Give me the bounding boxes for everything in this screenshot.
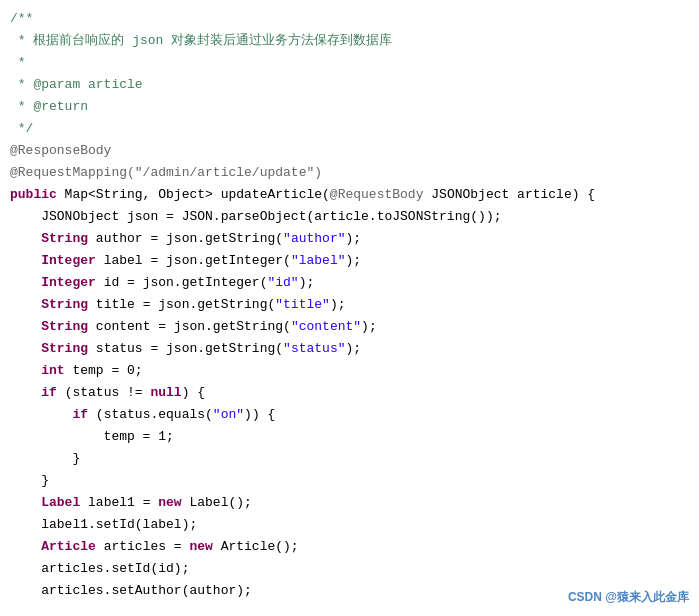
- code-line: /**: [0, 8, 699, 30]
- code-line: JSONObject json = JSON.parseObject(artic…: [0, 206, 699, 228]
- code-token: new: [158, 492, 181, 514]
- code-token: Label: [41, 492, 80, 514]
- code-line: if (status != null) {: [0, 382, 699, 404]
- code-token: JSONObject json = JSON.parseObject(artic…: [10, 206, 501, 228]
- code-line: public Map<String, Object> updateArticle…: [0, 184, 699, 206]
- code-line: String status = json.getString("status")…: [0, 338, 699, 360]
- code-token: [10, 228, 41, 250]
- code-token: if: [72, 404, 88, 426]
- code-token: );: [346, 228, 362, 250]
- code-token: [10, 338, 41, 360]
- code-token: null: [150, 382, 181, 404]
- code-token: "label": [291, 250, 346, 272]
- code-token: author = json.getString(: [88, 228, 283, 250]
- code-token: String: [41, 338, 88, 360]
- code-token: "id": [267, 272, 298, 294]
- code-token: [10, 382, 41, 404]
- code-token: *: [10, 52, 26, 74]
- code-line: Integer label = json.getInteger("label")…: [0, 250, 699, 272]
- code-token: String: [41, 228, 88, 250]
- code-line: int temp = 0;: [0, 360, 699, 382]
- code-token: [10, 294, 41, 316]
- code-line: articles.setId(id);: [0, 558, 699, 580]
- code-token: )) {: [244, 404, 275, 426]
- code-token: );: [299, 272, 315, 294]
- code-token: content = json.getString(: [88, 316, 291, 338]
- code-token: );: [361, 316, 377, 338]
- code-token: Integer: [41, 250, 96, 272]
- code-token: Map<String, Object> updateArticle(: [65, 184, 330, 206]
- code-token: @RequestMapping("/admin/article/update"): [10, 162, 322, 184]
- code-block: /** * 根据前台响应的 json 对象封装后通过业务方法保存到数据库 * *…: [0, 8, 699, 602]
- code-line: Label label1 = new Label();: [0, 492, 699, 514]
- code-line: String content = json.getString("content…: [0, 316, 699, 338]
- code-token: Integer: [41, 272, 96, 294]
- code-token: label = json.getInteger(: [96, 250, 291, 272]
- code-token: label1 =: [80, 492, 158, 514]
- code-token: "on": [213, 404, 244, 426]
- code-token: [10, 272, 41, 294]
- code-line: label1.setId(label);: [0, 514, 699, 536]
- code-token: }: [10, 470, 49, 492]
- code-token: /**: [10, 8, 33, 30]
- code-token: JSONObject article) {: [423, 184, 595, 206]
- code-line: Integer id = json.getInteger("id");: [0, 272, 699, 294]
- code-line: *: [0, 52, 699, 74]
- code-line: Article articles = new Article();: [0, 536, 699, 558]
- code-line: */: [0, 118, 699, 140]
- code-token: status = json.getString(: [88, 338, 283, 360]
- code-token: */: [10, 118, 33, 140]
- code-token: );: [345, 250, 361, 272]
- code-token: new: [189, 536, 212, 558]
- code-token: (status !=: [57, 382, 151, 404]
- code-token: * 根据前台响应的 json 对象封装后通过业务方法保存到数据库: [10, 30, 392, 52]
- code-line: String title = json.getString("title");: [0, 294, 699, 316]
- code-token: "title": [275, 294, 330, 316]
- code-token: );: [346, 338, 362, 360]
- code-token: );: [330, 294, 346, 316]
- code-token: * @param article: [10, 74, 143, 96]
- code-line: String author = json.getString("author")…: [0, 228, 699, 250]
- code-token: Label();: [182, 492, 252, 514]
- code-token: String: [41, 294, 88, 316]
- code-token: if: [41, 382, 57, 404]
- code-line: temp = 1;: [0, 426, 699, 448]
- code-token: @ResponseBody: [10, 140, 111, 162]
- code-token: * @return: [10, 96, 88, 118]
- code-token: int: [41, 360, 64, 382]
- code-token: id = json.getInteger(: [96, 272, 268, 294]
- code-line: @RequestMapping("/admin/article/update"): [0, 162, 699, 184]
- code-token: "content": [291, 316, 361, 338]
- code-line: * 根据前台响应的 json 对象封装后通过业务方法保存到数据库: [0, 30, 699, 52]
- code-token: [10, 492, 41, 514]
- code-token: Article: [41, 536, 96, 558]
- code-token: [10, 250, 41, 272]
- code-line: * @return: [0, 96, 699, 118]
- code-line: if (status.equals("on")) {: [0, 404, 699, 426]
- code-token: [10, 360, 41, 382]
- code-token: }: [10, 448, 80, 470]
- code-token: label1.setId(label);: [10, 514, 197, 536]
- code-token: [10, 404, 72, 426]
- code-token: "author": [283, 228, 345, 250]
- code-token: articles.setId(id);: [10, 558, 189, 580]
- code-token: Article();: [213, 536, 299, 558]
- code-token: articles =: [96, 536, 190, 558]
- code-line: }: [0, 448, 699, 470]
- code-token: public: [10, 184, 65, 206]
- code-token: ) {: [182, 382, 205, 404]
- code-token: articles.setAuthor(author);: [10, 580, 252, 602]
- code-token: String: [41, 316, 88, 338]
- code-token: (status.equals(: [88, 404, 213, 426]
- code-token: temp = 1;: [10, 426, 174, 448]
- code-token: [10, 316, 41, 338]
- code-token: @RequestBody: [330, 184, 424, 206]
- code-token: [10, 536, 41, 558]
- code-line: * @param article: [0, 74, 699, 96]
- code-line: }: [0, 470, 699, 492]
- code-line: @ResponseBody: [0, 140, 699, 162]
- watermark: CSDN @猿来入此金库: [568, 589, 689, 606]
- code-container: /** * 根据前台响应的 json 对象封装后通过业务方法保存到数据库 * *…: [0, 0, 699, 616]
- code-token: temp = 0;: [65, 360, 143, 382]
- code-token: "status": [283, 338, 345, 360]
